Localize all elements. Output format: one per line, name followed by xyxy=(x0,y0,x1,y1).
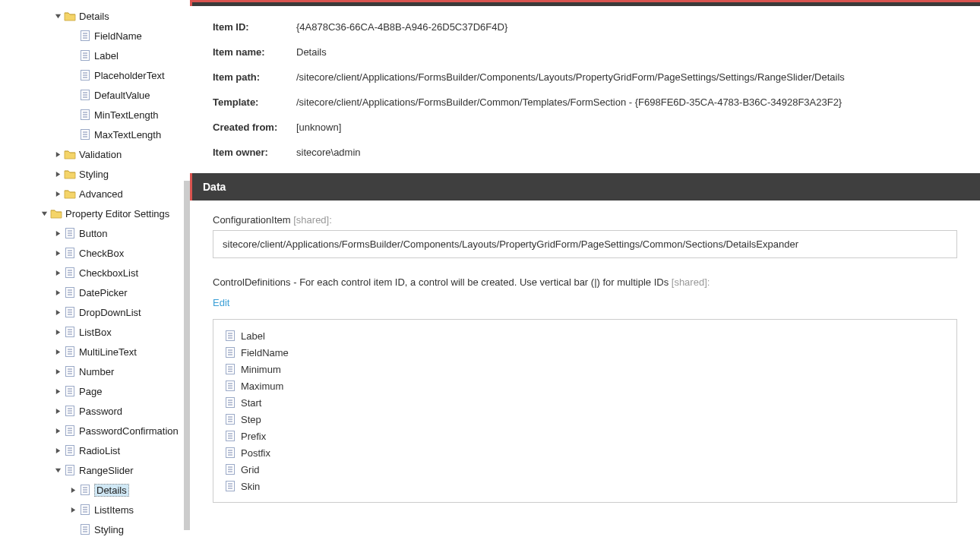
tree-label: DatePicker xyxy=(79,287,128,298)
tri-right-icon[interactable] xyxy=(53,229,62,238)
tri-right-icon[interactable] xyxy=(53,327,62,336)
tree-label: Styling xyxy=(79,169,109,180)
tri-right-icon[interactable] xyxy=(53,387,62,396)
doc-icon xyxy=(224,430,236,442)
tri-right-icon[interactable] xyxy=(53,268,62,277)
tree-node-leaf[interactable]: CheckBox xyxy=(9,243,190,263)
qi-label-template: Template: xyxy=(213,96,296,108)
list-item[interactable]: FieldName xyxy=(224,344,946,361)
tree-node-leaf[interactable]: PasswordConfirmation xyxy=(9,421,190,441)
tri-right-icon[interactable] xyxy=(53,347,62,356)
list-item[interactable]: Minimum xyxy=(224,361,946,377)
folder-icon xyxy=(50,207,62,219)
tri-right-icon[interactable] xyxy=(53,288,62,297)
list-item[interactable]: Maximum xyxy=(224,377,946,394)
edit-link[interactable]: Edit xyxy=(213,297,229,308)
qi-value-template[interactable]: /sitecore/client/Applications/FormsBuild… xyxy=(296,96,957,108)
tree-label: RangeSlider xyxy=(79,465,134,476)
field-label-configurationitem: ConfigurationItem [shared]: xyxy=(213,214,957,226)
tree-node-property-editor-settings[interactable]: Property Editor Settings xyxy=(9,204,190,223)
tree-label: PlaceholderText xyxy=(94,70,165,81)
doc-icon xyxy=(79,30,91,42)
tree-node-leaf[interactable]: MinTextLength xyxy=(9,105,190,125)
tree-label: RadioList xyxy=(79,445,120,456)
content-tree-sidebar[interactable]: Details FieldNameLabelPlaceholderTextDef… xyxy=(0,0,190,540)
tri-right-icon[interactable] xyxy=(53,367,62,376)
qi-label-item-owner: Item owner: xyxy=(213,147,296,158)
list-item[interactable]: Grid xyxy=(224,461,946,478)
qi-value-item-owner: sitecore\admin xyxy=(296,147,957,158)
list-item-label: Postfix xyxy=(241,447,270,459)
tree-node-leaf[interactable]: Button xyxy=(9,223,190,243)
tri-right-icon[interactable] xyxy=(53,169,62,178)
list-item[interactable]: Prefix xyxy=(224,428,946,444)
qi-label-item-name: Item name: xyxy=(213,46,296,58)
folder-icon xyxy=(64,148,76,160)
tree-node-leaf[interactable]: DropDownList xyxy=(9,302,190,322)
qi-value-item-id[interactable]: {4A878C36-66CA-4B8B-A946-26D5C37D6F4D} xyxy=(296,21,957,33)
tree-node-leaf[interactable]: PlaceholderText xyxy=(9,65,190,85)
tree-node-leaf[interactable]: RadioList xyxy=(9,441,190,460)
tree-label: Styling xyxy=(94,524,124,535)
list-item[interactable]: Step xyxy=(224,411,946,428)
list-item[interactable]: Skin xyxy=(224,478,946,494)
doc-icon xyxy=(224,380,236,392)
tree-node-details[interactable]: Details xyxy=(9,6,190,26)
tree-node-leaf[interactable]: Label xyxy=(9,46,190,65)
tree-node-leaf[interactable]: Page xyxy=(9,381,190,401)
tree-node-leaf[interactable]: Password xyxy=(9,401,190,421)
tri-right-icon[interactable] xyxy=(53,150,62,159)
configurationitem-input[interactable] xyxy=(213,230,957,258)
doc-icon xyxy=(64,444,76,456)
list-item-label: FieldName xyxy=(241,347,289,358)
doc-icon xyxy=(64,464,76,476)
list-item[interactable]: Postfix xyxy=(224,444,946,461)
tree-label: Number xyxy=(79,366,114,377)
quick-info-section: Item ID:{4A878C36-66CA-4B8B-A946-26D5C37… xyxy=(190,6,980,173)
tree-node-leaf[interactable]: FieldName xyxy=(9,26,190,46)
tri-right-icon[interactable] xyxy=(53,426,62,435)
tree-node-leaf[interactable]: CheckboxList xyxy=(9,263,190,283)
tree-node-rangeslider[interactable]: RangeSlider xyxy=(9,460,190,480)
tree-label: Validation xyxy=(79,149,122,160)
doc-icon xyxy=(79,69,91,81)
tree-node-rs-details[interactable]: Details xyxy=(9,480,190,500)
tri-right-icon[interactable] xyxy=(68,485,77,494)
sidebar-scrollbar[interactable] xyxy=(184,181,190,530)
tree-node-leaf[interactable]: Number xyxy=(9,362,190,381)
tri-down-icon[interactable] xyxy=(40,209,49,218)
doc-icon xyxy=(64,365,76,377)
list-item[interactable]: Start xyxy=(224,394,946,411)
tri-right-icon[interactable] xyxy=(53,248,62,257)
list-item-label: Label xyxy=(241,330,265,342)
tree-label: DefaultValue xyxy=(94,90,150,101)
tree-node-leaf[interactable]: DatePicker xyxy=(9,283,190,302)
tree-label: MinTextLength xyxy=(94,109,159,121)
list-item-label: Prefix xyxy=(241,431,266,442)
tree-node-leaf[interactable]: ListBox xyxy=(9,322,190,342)
tree-node-leaf[interactable]: MaxTextLength xyxy=(9,125,190,144)
list-item[interactable]: Label xyxy=(224,327,946,344)
tri-right-icon[interactable] xyxy=(53,406,62,415)
tree-label: PasswordConfirmation xyxy=(79,425,179,437)
tree-node-advanced[interactable]: Advanced xyxy=(9,184,190,204)
tree-node-rs-listitems[interactable]: ListItems xyxy=(9,500,190,519)
tree-label: Advanced xyxy=(79,188,123,200)
tri-down-icon[interactable] xyxy=(53,11,62,21)
tree-node-styling[interactable]: Styling xyxy=(9,164,190,184)
doc-icon xyxy=(224,363,236,375)
doc-icon xyxy=(224,346,236,358)
doc-icon xyxy=(64,425,76,437)
section-header-data[interactable]: Data xyxy=(190,173,980,201)
tree-node-leaf[interactable]: MultiLineText xyxy=(9,342,190,362)
tree-node-leaf[interactable]: DefaultValue xyxy=(9,85,190,105)
tri-right-icon[interactable] xyxy=(68,505,77,514)
tri-down-icon[interactable] xyxy=(53,466,62,475)
doc-icon xyxy=(79,89,91,101)
tri-right-icon[interactable] xyxy=(53,308,62,317)
tree-node-rs-styling[interactable]: Styling xyxy=(9,519,190,539)
qi-value-item-path[interactable]: /sitecore/client/Applications/FormsBuild… xyxy=(296,71,957,83)
tree-node-validation[interactable]: Validation xyxy=(9,144,190,164)
tri-right-icon[interactable] xyxy=(53,446,62,455)
tri-right-icon[interactable] xyxy=(53,189,62,198)
